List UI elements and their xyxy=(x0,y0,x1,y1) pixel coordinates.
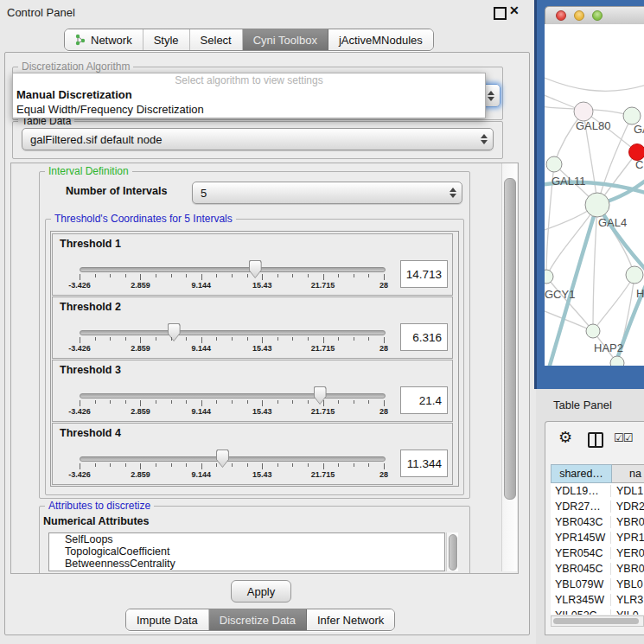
slider-tick-label: -3.426 xyxy=(68,407,91,416)
table-header-row: shared… na xyxy=(551,464,644,483)
threshold-slider-thumb[interactable] xyxy=(314,386,327,405)
attribute-list-item[interactable]: BetweennessCentrality xyxy=(49,558,444,570)
table-rows[interactable]: YDL19…YDL1YDR27…YDR2YBR043CYBR0YPR145WYP… xyxy=(551,483,644,615)
column-header-name[interactable]: na xyxy=(612,464,644,483)
threshold-slider-thumb[interactable] xyxy=(216,450,229,468)
float-panel-icon[interactable] xyxy=(494,7,507,20)
tab-label: jActiveMNodules xyxy=(339,34,423,47)
tab-label: Infer Network xyxy=(317,614,384,627)
threshold-value-field[interactable]: 11.344 xyxy=(400,450,448,477)
network-node-label: C xyxy=(635,158,643,171)
table-row[interactable]: YDR27…YDR2 xyxy=(551,499,644,514)
network-node[interactable] xyxy=(546,156,562,172)
attribute-list-item[interactable]: SelfLoops xyxy=(49,533,444,545)
number-of-intervals-combobox[interactable]: 5 xyxy=(192,182,462,204)
columns-icon[interactable] xyxy=(588,432,603,448)
network-node-label: H xyxy=(636,287,644,300)
table-data-combobox-value: galFiltered.sif default node xyxy=(30,133,162,146)
slider-tick-label: 2.859 xyxy=(131,344,150,353)
algorithm-option[interactable]: Manual Discretization xyxy=(13,87,485,102)
threshold-panel: Threshold 1 14.713 -3.4262.8599.14415.43… xyxy=(52,233,453,296)
table-row[interactable]: YBR045CYBR0 xyxy=(551,561,644,577)
network-node[interactable] xyxy=(623,107,641,124)
tab-discretize-data[interactable]: Discretize Data xyxy=(209,609,307,630)
threshold-slider-track[interactable] xyxy=(80,456,386,462)
combo-stepper-icon xyxy=(450,188,456,198)
threshold-slider-track[interactable] xyxy=(80,330,386,335)
threshold-slider-track[interactable] xyxy=(80,267,386,272)
tab-label: Impute Data xyxy=(137,614,198,627)
tab-network[interactable]: Network xyxy=(65,29,143,50)
algorithm-option[interactable]: Equal Width/Frequency Discretization xyxy=(13,102,485,117)
network-node-label: GAL80 xyxy=(576,119,610,132)
threshold-panel: Threshold 4 11.344 -3.4262.8599.14415.43… xyxy=(52,423,453,485)
close-panel-icon[interactable]: ✕ xyxy=(509,3,520,17)
table-data-combobox[interactable]: galFiltered.sif default node xyxy=(22,128,494,150)
network-node[interactable] xyxy=(586,324,600,338)
threshold-value-field[interactable]: 14.713 xyxy=(400,260,448,288)
network-view-canvas[interactable]: GAL80GACGAL11GAL4GCY1HHAP2 xyxy=(545,24,644,366)
threshold-slider-thumb[interactable] xyxy=(249,260,262,278)
network-node[interactable] xyxy=(574,102,593,121)
settings-vertical-scrollbar[interactable] xyxy=(501,163,517,571)
algorithm-popup-hint: Select algorithm to view settings xyxy=(13,73,485,87)
select-columns-icon[interactable]: ☑☑ xyxy=(614,431,632,444)
table-row[interactable]: YBR043CYBR0 xyxy=(551,514,644,530)
gear-icon[interactable]: ⚙ xyxy=(558,428,572,447)
slider-tick-label: -3.426 xyxy=(68,470,91,479)
table-row[interactable]: YDL19…YDL1 xyxy=(551,483,644,499)
tab-label: Cyni Toolbox xyxy=(253,34,317,47)
minimize-window-icon[interactable] xyxy=(574,10,584,21)
slider-tick-label: 15.43 xyxy=(252,281,272,290)
tab-select[interactable]: Select xyxy=(190,29,243,50)
tab-impute-data[interactable]: Impute Data xyxy=(126,609,209,630)
threshold-label: Threshold 4 xyxy=(60,427,121,439)
slider-tick-label: 2.859 xyxy=(131,470,150,479)
tab-label: Network xyxy=(91,34,132,47)
close-window-icon[interactable] xyxy=(556,10,566,21)
column-header-shared-name[interactable]: shared… xyxy=(551,464,612,483)
threshold-label: Threshold 2 xyxy=(60,301,121,313)
slider-tick-label: 21.715 xyxy=(311,344,335,353)
slider-tick-label: 28 xyxy=(379,470,388,479)
cyni-mode-tabs: Impute DataDiscretize DataInfer Network xyxy=(125,609,395,631)
table-row[interactable]: YIL052CYIL0 xyxy=(551,608,644,615)
tab-infer-network[interactable]: Infer Network xyxy=(307,609,394,630)
numerical-attributes-label: Numerical Attributes xyxy=(43,515,149,527)
slider-tick-label: 28 xyxy=(379,281,388,290)
numerical-attributes-list[interactable]: SelfLoopsTopologicalCoefficientBetweenne… xyxy=(48,532,445,571)
table-row[interactable]: YBL079WYBL0 xyxy=(551,577,644,592)
network-node[interactable] xyxy=(585,193,609,217)
threshold-label: Threshold 1 xyxy=(60,238,121,250)
table-row[interactable]: YER054CYER0 xyxy=(551,545,644,561)
tab-style[interactable]: Style xyxy=(143,29,190,50)
network-node-label: GCY1 xyxy=(545,288,575,301)
table-panel-title: Table Panel xyxy=(553,399,612,411)
tab-jactivemnodules[interactable]: jActiveMNodules xyxy=(328,29,433,50)
network-node[interactable] xyxy=(626,266,643,284)
threshold-slider-thumb[interactable] xyxy=(168,323,181,341)
attribute-list-item[interactable]: TopologicalCoefficient xyxy=(49,545,444,558)
slider-tick-label: 15.43 xyxy=(252,344,272,353)
network-node[interactable] xyxy=(610,356,624,366)
threshold-slider-track[interactable] xyxy=(80,393,386,399)
apply-button[interactable]: Apply xyxy=(231,580,291,603)
threshold-value-field[interactable]: 21.4 xyxy=(400,386,448,414)
table-horizontal-scrollbar[interactable] xyxy=(551,615,644,627)
attributes-list-scrollbar[interactable] xyxy=(446,532,458,571)
table-row[interactable]: YLR345WYLR3 xyxy=(551,592,644,608)
attributes-group-title: Attributes to discretize xyxy=(45,500,154,512)
tab-cyni-toolbox[interactable]: Cyni Toolbox xyxy=(243,29,328,50)
threshold-value-field[interactable]: 6.316 xyxy=(400,323,448,351)
threshold-panel: Threshold 2 6.316 -3.4262.8599.14415.432… xyxy=(52,296,453,359)
slider-tick-label: -3.426 xyxy=(68,344,91,353)
network-window-titlebar[interactable] xyxy=(545,6,644,26)
algorithm-dropdown-popup: Select algorithm to view settings Manual… xyxy=(12,73,486,118)
zoom-window-icon[interactable] xyxy=(592,10,603,21)
slider-tick-label: 2.859 xyxy=(131,281,150,290)
table-row[interactable]: YPR145WYPR1 xyxy=(551,530,644,545)
network-node[interactable] xyxy=(545,270,553,284)
settings-scroll-area: Interval Definition Number of Intervals … xyxy=(10,163,519,574)
slider-tick-label: 15.43 xyxy=(252,470,272,479)
table-data-group: Table Data galFiltered.sif default node xyxy=(12,121,503,159)
